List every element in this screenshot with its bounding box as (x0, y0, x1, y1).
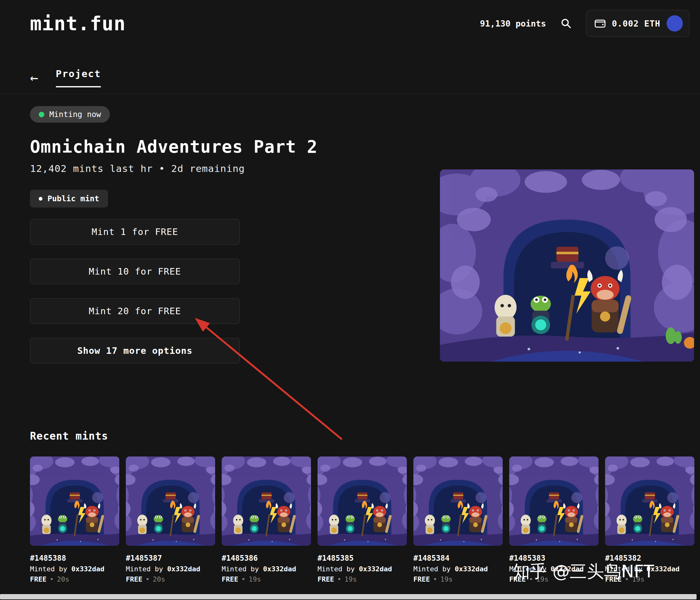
mint-card-image (414, 456, 503, 546)
logo[interactable]: mint.fun (30, 12, 126, 35)
mint-10-button[interactable]: Mint 10 for FREE (30, 259, 240, 284)
mint-time: 19s (249, 575, 261, 583)
minter-address: 0x332dad (263, 565, 296, 573)
mint-buttons-group: Mint 1 for FREE Mint 10 for FREE Mint 20… (30, 219, 240, 377)
mint-card[interactable]: #1485383 Minted by 0x332dad FREE•19s (509, 456, 599, 583)
mint-price: FREE (126, 575, 142, 583)
mint-time: 19s (536, 575, 549, 583)
mint-card-minter: Minted by 0x332dad (126, 565, 215, 573)
minted-by-label: Minted by (605, 565, 646, 573)
mint-card-minter: Minted by 0x332dad (414, 565, 503, 573)
mint-card-id: #1485388 (30, 554, 119, 563)
mint-price: FREE (318, 575, 334, 583)
minter-address: 0x332dad (359, 565, 392, 573)
dot-separator: • (337, 575, 341, 583)
mint-time: 20s (153, 575, 165, 583)
mint-card-id: #1485384 (414, 554, 503, 563)
project-nav: ← Project (30, 68, 101, 87)
mint-card-price-row: FREE•20s (30, 575, 119, 583)
mint-time: 20s (57, 575, 69, 583)
mint-card-minter: Minted by 0x332dad (30, 565, 119, 573)
mint-price: FREE (30, 575, 47, 583)
minter-address: 0x332dad (455, 565, 488, 573)
mint-card-price-row: FREE•19s (605, 575, 694, 583)
recent-mints-heading: Recent mints (30, 430, 108, 442)
minted-by-label: Minted by (126, 565, 167, 573)
dot-separator: • (146, 575, 150, 583)
mint-card-id: #1485386 (222, 554, 311, 563)
mint-card[interactable]: #1485387 Minted by 0x332dad FREE•20s (126, 456, 215, 583)
show-more-options-button[interactable]: Show 17 more options (30, 338, 240, 364)
mint-card-price-row: FREE•19s (414, 575, 503, 583)
tab-active-indicator (56, 86, 101, 87)
search-button[interactable] (559, 17, 573, 30)
mint-card[interactable]: #1485384 Minted by 0x332dad FREE•19s (414, 456, 503, 583)
minter-address: 0x332dad (167, 565, 200, 573)
mint-1-button[interactable]: Mint 1 for FREE (30, 219, 240, 244)
horizontal-scrollbar[interactable] (0, 594, 700, 600)
wallet-pill[interactable]: 0.002 ETH (586, 10, 690, 37)
minted-by-label: Minted by (30, 565, 71, 573)
back-arrow-icon[interactable]: ← (30, 71, 39, 84)
mint-time: 19s (440, 575, 453, 583)
mint-card-image (126, 456, 215, 546)
mint-card-price-row: FREE•19s (509, 575, 599, 583)
minter-address: 0x332dad (646, 565, 679, 573)
mint-card-minter: Minted by 0x332dad (605, 565, 694, 573)
mint-20-button[interactable]: Mint 20 for FREE (30, 298, 240, 324)
mint-card-minter: Minted by 0x332dad (318, 565, 407, 573)
mint-card-image (318, 456, 407, 546)
mint-card-minter: Minted by 0x332dad (222, 565, 311, 573)
header-right: 91,130 points 0.002 ETH (480, 10, 690, 37)
project-preview-image (440, 169, 694, 362)
dot-separator: • (50, 575, 54, 583)
mint-card-image (605, 456, 694, 546)
mint-fun-page: mint.fun 91,130 points 0.002 ETH ← (0, 0, 700, 600)
dot-separator: • (433, 575, 437, 583)
mint-card[interactable]: #1485382 Minted by 0x332dad FREE•19s (605, 456, 694, 583)
mint-card-image (222, 456, 311, 546)
mint-card-id: #1485385 (318, 554, 407, 563)
minting-status-label: Minting now (49, 110, 101, 119)
project-title: Omnichain Adventures Part 2 (30, 137, 318, 157)
green-dot-icon (39, 112, 44, 117)
mint-card-image (30, 456, 119, 546)
dot-separator: • (625, 575, 629, 583)
points-counter: 91,130 points (480, 19, 546, 28)
minted-by-label: Minted by (222, 565, 263, 573)
mint-card[interactable]: #1485386 Minted by 0x332dad FREE•19s (222, 456, 311, 583)
mint-card-image (509, 456, 599, 546)
minter-address: 0x332dad (71, 565, 104, 573)
mint-card-price-row: FREE•19s (318, 575, 407, 583)
tab-project-label: Project (56, 68, 101, 79)
mint-time: 19s (632, 575, 644, 583)
avatar[interactable] (667, 15, 683, 31)
mint-price: FREE (222, 575, 238, 583)
minted-by-label: Minted by (414, 565, 455, 573)
project-stats: 12,402 mints last hr • 2d remaining (30, 163, 245, 174)
mint-card-id: #1485383 (509, 554, 599, 563)
mint-card[interactable]: #1485385 Minted by 0x332dad FREE•19s (318, 456, 407, 583)
dot-separator: • (241, 575, 245, 583)
public-mint-label: Public mint (47, 194, 99, 203)
wallet-icon (595, 19, 606, 28)
mint-card[interactable]: #1485388 Minted by 0x332dad FREE•20s (30, 456, 119, 583)
mint-card-price-row: FREE•19s (222, 575, 311, 583)
minter-address: 0x332dad (550, 565, 583, 573)
minted-by-label: Minted by (509, 565, 550, 573)
search-icon (560, 18, 572, 29)
mint-price: FREE (605, 575, 622, 583)
header: mint.fun 91,130 points 0.002 ETH (0, 0, 700, 47)
recent-mints-row: #1485388 Minted by 0x332dad FREE•20s #14… (30, 456, 700, 583)
tab-project[interactable]: Project (56, 68, 101, 87)
dot-separator: • (529, 575, 533, 583)
mint-card-minter: Minted by 0x332dad (509, 565, 599, 573)
nav-divider (0, 94, 700, 94)
wallet-balance: 0.002 ETH (612, 19, 660, 28)
mint-card-id: #1485382 (605, 554, 694, 563)
horizontal-scrollbar-thumb[interactable] (0, 594, 697, 599)
minting-status-badge: Minting now (30, 106, 110, 123)
mint-price: FREE (509, 575, 526, 583)
minted-by-label: Minted by (318, 565, 359, 573)
mint-time: 19s (344, 575, 357, 583)
